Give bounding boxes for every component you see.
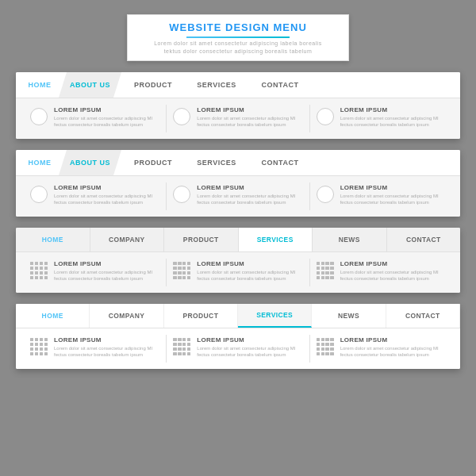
nav1-tabs: HOME ABOUT US PRODUCT SERVICES CONTACT <box>16 72 460 98</box>
nav4-icon-1 <box>30 338 48 355</box>
title-underline <box>186 36 290 38</box>
nav1-icon-1 <box>30 108 48 125</box>
nav-bar-3: HOME COMPANY PRODUCT SERVICES NEWS CONTA… <box>16 228 460 293</box>
nav3-icon-2 <box>173 262 190 279</box>
nav3-tab-news[interactable]: NEWS <box>313 228 387 251</box>
nav3-tab-home[interactable]: HOME <box>16 228 90 251</box>
nav2-item-1: LOREM IPSUM Lorem dolor sit amet consect… <box>24 182 167 210</box>
nav2-title-1: LOREM IPSUM <box>54 184 159 191</box>
nav2-icon-3 <box>317 186 334 203</box>
title-subtitle2: tektus dolor consectetur adipiscing bore… <box>152 48 324 54</box>
nav3-item-2: LOREM IPSUM Lorem dolor sit amet consect… <box>167 259 309 286</box>
nav4-tab-contact[interactable]: CONTACT <box>386 304 460 328</box>
nav4-tabs: HOME COMPANY PRODUCT SERVICES NEWS CONTA… <box>16 304 460 328</box>
nav2-title-2: LOREM IPSUM <box>197 184 302 191</box>
nav2-text-2: LOREM IPSUM Lorem dolor sit amet consect… <box>197 184 302 206</box>
nav3-tab-services[interactable]: SERVICES <box>239 228 313 251</box>
nav3-tabs: HOME COMPANY PRODUCT SERVICES NEWS CONTA… <box>16 228 460 251</box>
main-title: WEBSITE DESIGN MENU <box>152 21 324 33</box>
nav3-desc-2: Lorem dolor sit amet consectetur adipisc… <box>197 269 302 282</box>
nav1-title-1: LOREM IPSUM <box>54 106 159 113</box>
nav3-title-3: LOREM IPSUM <box>340 260 446 267</box>
nav2-tab-product[interactable]: PRODUCT <box>121 150 185 175</box>
nav-bar-2: HOME ABOUT US PRODUCT SERVICES CONTACT L… <box>16 150 460 217</box>
nav3-text-1: LOREM IPSUM Lorem dolor sit amet consect… <box>54 260 159 282</box>
nav1-tab-contact[interactable]: CONTACT <box>248 72 312 98</box>
nav3-tab-contact[interactable]: CONTACT <box>387 228 461 251</box>
nav2-tab-aboutus[interactable]: ABOUT US <box>59 150 121 175</box>
nav3-title-1: LOREM IPSUM <box>54 260 159 267</box>
title-accent: DESIGN MENU <box>225 21 307 33</box>
nav4-dropdown: LOREM IPSUM Lorem dolor sit amet consect… <box>16 328 460 369</box>
nav1-item-1: LOREM IPSUM Lorem dolor sit amet consect… <box>24 105 167 132</box>
nav1-desc-3: Lorem dolor sit amet consectetur adipisc… <box>340 115 446 129</box>
nav1-icon-3 <box>317 108 334 125</box>
nav3-icon-3 <box>317 262 334 279</box>
nav2-desc-3: Lorem dolor sit amet consectetur adipisc… <box>340 193 446 206</box>
nav4-tab-news[interactable]: NEWS <box>312 304 386 328</box>
nav1-tab-product[interactable]: PRODUCT <box>121 72 185 98</box>
nav2-dropdown: LOREM IPSUM Lorem dolor sit amet consect… <box>16 175 460 217</box>
nav2-icon-1 <box>30 186 48 203</box>
nav4-tab-company[interactable]: COMPANY <box>90 304 163 328</box>
nav3-tab-company[interactable]: COMPANY <box>90 228 165 251</box>
nav4-text-1: LOREM IPSUM Lorem dolor sit amet consect… <box>54 336 159 359</box>
nav2-desc-2: Lorem dolor sit amet consectetur adipisc… <box>197 193 302 206</box>
nav2-item-3: LOREM IPSUM Lorem dolor sit amet consect… <box>310 182 452 210</box>
nav4-desc-1: Lorem dolor sit amet consectetur adipisc… <box>54 345 159 359</box>
nav3-desc-3: Lorem dolor sit amet consectetur adipisc… <box>340 269 446 282</box>
nav1-title-2: LOREM IPSUM <box>197 106 302 113</box>
title-subtitle: Lorem dolor sit amet consectetur adipisc… <box>152 40 324 46</box>
nav2-item-2: LOREM IPSUM Lorem dolor sit amet consect… <box>167 182 309 210</box>
nav4-text-2: LOREM IPSUM Lorem dolor sit amet consect… <box>197 336 302 359</box>
nav3-dropdown: LOREM IPSUM Lorem dolor sit amet consect… <box>16 251 460 293</box>
nav4-tab-services[interactable]: SERVICES <box>238 304 312 328</box>
nav-bar-1: HOME ABOUT US PRODUCT SERVICES CONTACT L… <box>16 72 460 139</box>
nav4-title-3: LOREM IPSUM <box>340 336 446 344</box>
nav1-desc-2: Lorem dolor sit amet consectetur adipisc… <box>197 115 302 129</box>
nav3-title-2: LOREM IPSUM <box>197 260 302 267</box>
nav3-item-1: LOREM IPSUM Lorem dolor sit amet consect… <box>24 259 167 286</box>
nav2-title-3: LOREM IPSUM <box>340 184 446 191</box>
nav4-desc-2: Lorem dolor sit amet consectetur adipisc… <box>197 345 302 359</box>
nav4-desc-3: Lorem dolor sit amet consectetur adipisc… <box>340 345 446 359</box>
nav1-tab-home[interactable]: HOME <box>16 72 63 98</box>
nav2-tab-services[interactable]: SERVICES <box>185 150 248 175</box>
nav4-title-2: LOREM IPSUM <box>197 336 302 344</box>
nav4-item-3: LOREM IPSUM Lorem dolor sit amet consect… <box>310 335 452 363</box>
title-card: WEBSITE DESIGN MENU Lorem dolor sit amet… <box>127 14 349 61</box>
nav3-text-3: LOREM IPSUM Lorem dolor sit amet consect… <box>340 260 446 282</box>
nav4-icon-3 <box>317 338 334 355</box>
title-regular: WEBSITE <box>169 21 225 33</box>
nav1-title-3: LOREM IPSUM <box>340 106 446 113</box>
nav2-tabs: HOME ABOUT US PRODUCT SERVICES CONTACT <box>16 150 460 175</box>
nav2-tab-contact[interactable]: CONTACT <box>248 150 312 175</box>
nav2-text-1: LOREM IPSUM Lorem dolor sit amet consect… <box>54 184 159 206</box>
nav1-tab-aboutus[interactable]: ABOUT US <box>59 72 121 98</box>
nav3-icon-1 <box>30 262 48 279</box>
nav1-desc-1: Lorem dolor sit amet consectetur adipisc… <box>54 115 159 129</box>
nav1-text-2: LOREM IPSUM Lorem dolor sit amet consect… <box>197 106 302 129</box>
nav1-icon-2 <box>173 108 190 125</box>
nav1-dropdown: LOREM IPSUM Lorem dolor sit amet consect… <box>16 98 460 139</box>
nav4-item-2: LOREM IPSUM Lorem dolor sit amet consect… <box>167 335 309 363</box>
nav3-text-2: LOREM IPSUM Lorem dolor sit amet consect… <box>197 260 302 282</box>
nav1-text-3: LOREM IPSUM Lorem dolor sit amet consect… <box>340 106 446 129</box>
nav4-tab-product[interactable]: PRODUCT <box>164 304 238 328</box>
nav-bar-4: HOME COMPANY PRODUCT SERVICES NEWS CONTA… <box>16 304 460 369</box>
nav1-item-2: LOREM IPSUM Lorem dolor sit amet consect… <box>167 105 309 132</box>
nav3-desc-1: Lorem dolor sit amet consectetur adipisc… <box>54 269 159 282</box>
nav4-text-3: LOREM IPSUM Lorem dolor sit amet consect… <box>340 336 446 359</box>
nav2-text-3: LOREM IPSUM Lorem dolor sit amet consect… <box>340 184 446 206</box>
nav2-desc-1: Lorem dolor sit amet consectetur adipisc… <box>54 193 159 206</box>
nav4-icon-2 <box>173 338 190 355</box>
nav4-item-1: LOREM IPSUM Lorem dolor sit amet consect… <box>24 335 167 363</box>
nav4-title-1: LOREM IPSUM <box>54 336 159 344</box>
nav4-tab-home[interactable]: HOME <box>16 304 90 328</box>
nav3-tab-product[interactable]: PRODUCT <box>164 228 239 251</box>
nav2-icon-2 <box>173 186 190 203</box>
nav1-item-3: LOREM IPSUM Lorem dolor sit amet consect… <box>310 105 452 132</box>
nav2-tab-home[interactable]: HOME <box>16 150 63 175</box>
nav1-tab-services[interactable]: SERVICES <box>185 72 248 98</box>
nav3-item-3: LOREM IPSUM Lorem dolor sit amet consect… <box>310 259 452 286</box>
